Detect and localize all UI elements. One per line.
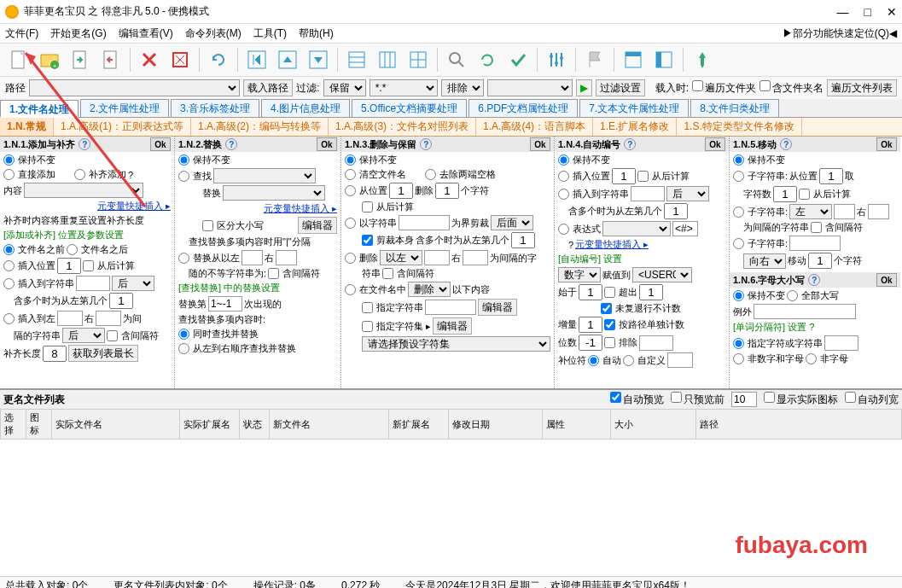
col-size[interactable]: 大小: [611, 410, 696, 440]
p4-norepeat[interactable]: 未复退行不计数: [601, 302, 681, 315]
p3-trim[interactable]: 去除两端空格: [425, 168, 496, 181]
find-combo[interactable]: [213, 168, 316, 183]
incr-num[interactable]: [579, 317, 602, 333]
p5-r[interactable]: [868, 204, 889, 219]
p2-replfrom[interactable]: 替换从以左: [178, 252, 240, 265]
preset-combo[interactable]: 请选择预设字符集: [362, 336, 550, 352]
digits-num[interactable]: [579, 335, 602, 351]
p4-inspos[interactable]: 插入位置: [558, 170, 610, 183]
p4-exclude[interactable]: 排除: [604, 336, 637, 349]
panel2-ok[interactable]: Ok: [317, 137, 337, 151]
menu-file[interactable]: 文件(F): [5, 26, 38, 41]
col-select[interactable]: 选择: [1, 410, 26, 440]
p5-left[interactable]: 左: [789, 204, 832, 219]
p6-keep[interactable]: 保持不变: [733, 289, 785, 302]
include-folder-check[interactable]: 含文件夹名: [759, 80, 823, 96]
p4-custom[interactable]: 自定义: [623, 354, 666, 367]
p5-substr3[interactable]: 子字符串:: [733, 237, 788, 250]
p1-padlen-num[interactable]: [43, 346, 67, 362]
col-status[interactable]: 状态: [240, 410, 270, 440]
tab-music[interactable]: 3.音乐标签处理: [171, 99, 259, 117]
p3-incsep[interactable]: 含间隔符: [382, 267, 434, 280]
custom-input[interactable]: [667, 352, 693, 368]
p2-keep[interactable]: 保持不变: [178, 154, 230, 166]
p3-cs1[interactable]: [425, 300, 476, 315]
p4-keep[interactable]: 保持不变: [558, 154, 610, 166]
p6-upper[interactable]: 全部大写: [787, 289, 839, 302]
getmax-button[interactable]: 获取列表最长: [68, 345, 138, 362]
p3-dr[interactable]: [463, 250, 488, 265]
p5-keep[interactable]: 保持不变: [733, 154, 785, 166]
p3-str[interactable]: [399, 215, 450, 230]
onlypreview-check[interactable]: 只预览前: [671, 392, 725, 407]
p1-hou[interactable]: 后: [112, 276, 154, 291]
p2-l[interactable]: [242, 250, 263, 265]
p4-fromback[interactable]: 从后计算: [637, 170, 690, 183]
col-newext[interactable]: 新扩展名: [389, 410, 449, 440]
p4-mnum[interactable]: [664, 203, 688, 219]
tab-image[interactable]: 4.图片信息处理: [261, 99, 350, 117]
p3-frompos[interactable]: 从位置: [345, 184, 387, 197]
tab2-adv4[interactable]: 1.A.高级(4)：语言脚本: [476, 118, 593, 136]
tab2-ext[interactable]: 1.E.扩展名修改: [593, 118, 677, 136]
editor-button[interactable]: 编辑器: [298, 217, 337, 234]
play-button[interactable]: ▶: [576, 79, 592, 96]
tab-fileattr[interactable]: 2.文件属性处理: [80, 99, 169, 117]
help-icon[interactable]: ?: [79, 138, 90, 150]
numword-sel[interactable]: 数字: [558, 267, 601, 282]
editor-button3a[interactable]: 编辑器: [478, 299, 517, 316]
p5-substr2[interactable]: 子字符串:: [733, 206, 788, 218]
p1-multi-num[interactable]: [109, 293, 133, 309]
export-icon[interactable]: [97, 46, 125, 73]
user-sel[interactable]: <USER0>: [632, 267, 692, 282]
start-num[interactable]: [579, 284, 602, 300]
p5-incsep[interactable]: 含间隔符: [811, 221, 863, 234]
p2-find[interactable]: 查找: [178, 170, 212, 183]
flag-icon[interactable]: [581, 46, 608, 73]
except-input[interactable]: [754, 304, 856, 319]
p4-str[interactable]: [631, 186, 665, 201]
col-newname[interactable]: 新文件名: [270, 410, 389, 440]
showicon-check[interactable]: 显示实际图标: [764, 392, 838, 407]
help-icon[interactable]: ?: [808, 274, 820, 286]
p3-bystr[interactable]: 以字符串: [345, 217, 397, 230]
panel2-icon[interactable]: [650, 46, 678, 73]
menu-tools[interactable]: 工具(T): [253, 26, 287, 41]
p1-insstr[interactable]: 插入到字符串: [3, 277, 74, 290]
grid1-icon[interactable]: [343, 46, 370, 73]
p1-str[interactable]: [76, 276, 110, 291]
new-icon[interactable]: [5, 46, 32, 73]
nth-input[interactable]: [208, 296, 242, 311]
p3-bound-sel[interactable]: 后面: [491, 215, 533, 230]
col-attr[interactable]: 属性: [543, 410, 611, 440]
tab-classify[interactable]: 8.文件归类处理: [690, 99, 779, 117]
p1-sepsel[interactable]: 后: [62, 328, 105, 343]
menu-help[interactable]: 帮助(H): [299, 26, 334, 41]
check-icon[interactable]: [504, 46, 532, 73]
p5-pos[interactable]: [819, 168, 843, 184]
content-combo[interactable]: [24, 183, 143, 198]
autopreview-check[interactable]: 自动预览: [610, 392, 664, 407]
tab-pdf[interactable]: 6.PDF文档属性处理: [468, 99, 578, 117]
load-path-button[interactable]: 载入路径: [243, 79, 293, 96]
p3-fromback[interactable]: 从后计算: [362, 201, 414, 213]
delete-icon[interactable]: [136, 46, 163, 73]
undo-icon[interactable]: [205, 46, 232, 73]
recurse-list-button[interactable]: 遍历文件列表: [827, 79, 897, 96]
grid3-icon[interactable]: [404, 46, 432, 73]
replace-combo[interactable]: [223, 185, 325, 201]
p1-inspos[interactable]: 插入位置: [3, 259, 55, 272]
p1-pos-num[interactable]: [57, 258, 81, 274]
panel1-icon[interactable]: [620, 46, 647, 73]
refresh-icon[interactable]: [474, 46, 501, 73]
p4-byroute[interactable]: 按路径单独计数: [604, 318, 684, 331]
p3-delnum[interactable]: [435, 183, 459, 199]
p6-nonletter[interactable]: 非字母: [806, 352, 848, 365]
up-icon[interactable]: [274, 46, 301, 73]
p5-fromback[interactable]: 从后计算: [799, 188, 851, 201]
tab-text[interactable]: 7.文本文件属性处理: [579, 99, 689, 117]
pin-icon[interactable]: [689, 46, 716, 73]
p2-incsep[interactable]: 含间隔符: [268, 267, 320, 280]
panel4-ok[interactable]: Ok: [705, 137, 725, 151]
menu-start[interactable]: 开始更名(G): [50, 26, 106, 41]
